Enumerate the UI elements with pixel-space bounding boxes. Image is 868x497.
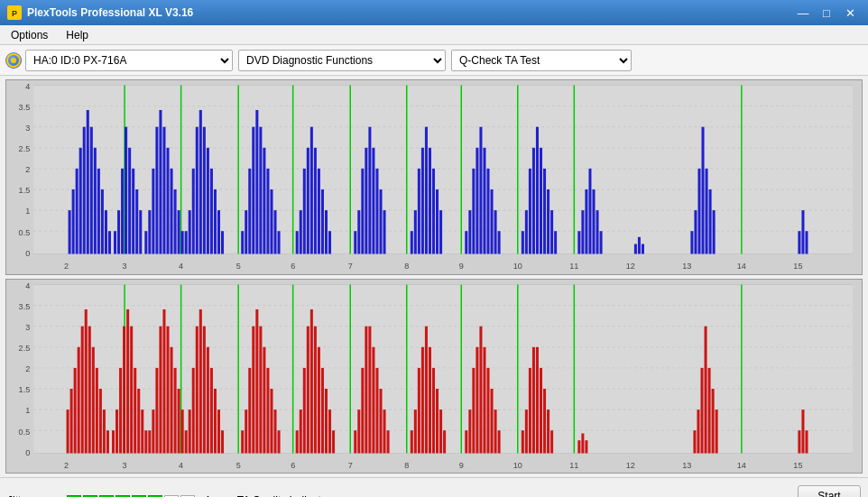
svg-rect-198	[99, 389, 102, 454]
svg-rect-126	[529, 169, 531, 254]
jitter-label: Jitter:	[7, 494, 61, 498]
svg-rect-246	[278, 430, 281, 453]
svg-rect-30	[90, 127, 93, 254]
svg-rect-263	[365, 326, 367, 453]
maximize-button[interactable]: □	[816, 5, 837, 21]
svg-rect-311	[712, 389, 715, 454]
svg-text:12: 12	[626, 261, 635, 271]
svg-rect-294	[525, 410, 528, 453]
svg-rect-39	[121, 169, 124, 254]
start-button[interactable]: Start	[798, 485, 861, 498]
svg-rect-303	[581, 433, 584, 453]
svg-rect-314	[801, 410, 804, 453]
svg-rect-199	[103, 410, 106, 453]
svg-rect-296	[532, 346, 535, 453]
svg-text:12: 12	[626, 459, 635, 469]
minimize-button[interactable]: —	[792, 5, 814, 21]
svg-rect-210	[141, 410, 143, 453]
svg-text:6: 6	[291, 459, 295, 469]
svg-rect-208	[134, 367, 136, 453]
menu-options[interactable]: Options	[4, 27, 55, 43]
svg-rect-283	[468, 410, 471, 453]
svg-rect-200	[106, 430, 109, 453]
svg-text:2: 2	[64, 459, 69, 469]
device-select[interactable]: HA:0 ID:0 PX-716A	[25, 50, 233, 71]
svg-rect-254	[318, 346, 320, 453]
svg-rect-195	[88, 326, 91, 453]
svg-rect-288	[486, 367, 489, 453]
svg-rect-43	[135, 189, 138, 254]
svg-rect-90	[325, 210, 328, 253]
svg-rect-116	[476, 148, 478, 254]
svg-rect-82	[296, 231, 299, 253]
svg-rect-147	[697, 169, 700, 254]
svg-rect-93	[354, 231, 356, 253]
svg-rect-55	[178, 210, 180, 253]
svg-text:7: 7	[348, 261, 353, 271]
svg-rect-97	[368, 127, 371, 254]
svg-rect-261	[357, 410, 360, 453]
svg-rect-117	[479, 127, 482, 254]
function-select[interactable]: DVD Diagnostic Functions	[238, 50, 446, 71]
svg-rect-41	[128, 148, 131, 254]
svg-rect-125	[525, 210, 528, 253]
svg-rect-308	[700, 367, 703, 453]
svg-rect-272	[414, 410, 417, 453]
svg-rect-216	[159, 326, 162, 453]
svg-rect-218	[166, 326, 169, 453]
svg-rect-47	[148, 210, 151, 253]
svg-rect-122	[498, 231, 501, 253]
svg-rect-302	[577, 440, 580, 453]
svg-rect-285	[476, 346, 478, 453]
svg-rect-104	[414, 210, 417, 253]
svg-rect-91	[328, 231, 331, 253]
svg-rect-77	[266, 169, 269, 254]
svg-rect-84	[303, 169, 306, 254]
svg-rect-203	[115, 410, 118, 453]
svg-rect-99	[375, 169, 378, 254]
svg-rect-310	[708, 367, 711, 453]
svg-rect-214	[152, 410, 154, 453]
svg-rect-228	[199, 309, 202, 454]
svg-rect-85	[307, 148, 309, 254]
svg-rect-88	[318, 169, 320, 254]
svg-rect-193	[81, 326, 84, 453]
svg-rect-79	[274, 210, 277, 253]
test-select[interactable]: Q-Check TA Test	[451, 50, 632, 71]
svg-rect-209	[137, 389, 140, 454]
bottom-chart-panel: 4 3.5 3 2.5 2 1.5 1 0.5 0	[5, 279, 863, 474]
svg-rect-205	[123, 326, 125, 453]
svg-rect-89	[321, 189, 324, 254]
svg-rect-258	[332, 430, 335, 453]
svg-rect-295	[529, 367, 531, 453]
app-icon: P	[7, 5, 22, 20]
svg-text:1: 1	[25, 206, 30, 216]
close-button[interactable]: ✕	[839, 5, 861, 21]
title-bar: P PlexTools Professional XL V3.16 — □ ✕	[0, 0, 868, 25]
jitter-row: Jitter: 4	[7, 494, 210, 498]
svg-rect-238	[248, 367, 251, 453]
svg-rect-307	[697, 410, 699, 453]
window-title: PlexTools Professional XL V3.16	[27, 6, 193, 19]
svg-rect-265	[372, 346, 374, 453]
svg-rect-286	[479, 326, 482, 453]
svg-rect-224	[185, 430, 188, 453]
svg-rect-242	[263, 346, 265, 453]
svg-rect-29	[87, 110, 89, 254]
svg-rect-106	[421, 148, 424, 254]
svg-rect-105	[418, 169, 420, 254]
svg-rect-264	[368, 326, 371, 453]
menu-help[interactable]: Help	[59, 27, 96, 43]
svg-rect-277	[432, 367, 435, 453]
svg-text:4: 4	[25, 280, 30, 290]
svg-rect-275	[425, 326, 428, 453]
svg-rect-282	[465, 430, 467, 453]
svg-rect-86	[310, 127, 313, 254]
jitter-value: 4	[204, 494, 210, 498]
svg-rect-73	[252, 127, 254, 254]
svg-text:0: 0	[25, 247, 30, 257]
svg-rect-44	[139, 210, 142, 253]
svg-rect-239	[252, 326, 254, 453]
svg-rect-197	[96, 367, 98, 453]
svg-rect-115	[472, 169, 475, 254]
